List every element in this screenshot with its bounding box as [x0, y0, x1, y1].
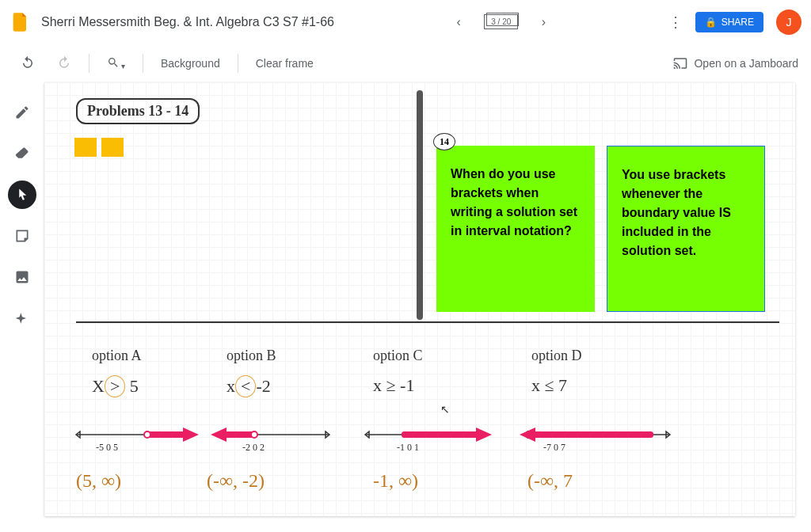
sticky-text: When do you use brackets when writing a …: [451, 167, 577, 238]
svg-point-3: [144, 431, 150, 438]
inequality-a: X> 5: [92, 375, 139, 397]
cast-icon: [673, 56, 687, 70]
sticky-text: You use brackets whenever the boundary v…: [622, 168, 731, 257]
svg-marker-7: [211, 428, 227, 442]
interval-a: (5, ∞): [76, 470, 121, 492]
svg-point-8: [251, 431, 257, 438]
svg-text:-1  0  1: -1 0 1: [397, 442, 419, 453]
user-avatar[interactable]: J: [776, 10, 801, 35]
clear-frame-button[interactable]: Clear frame: [248, 52, 322, 74]
main-area: Problems 13 - 14 14 When do you use brac…: [0, 82, 811, 532]
interval-d: (-∞, 7: [527, 470, 573, 492]
header-actions: ⋮ 🔒 SHARE J: [668, 10, 801, 35]
frame-nav: ‹ 3 / 20 ›: [334, 13, 668, 32]
inequality-d: x ≤ 7: [531, 375, 567, 396]
prev-frame-button[interactable]: ‹: [449, 13, 468, 32]
next-frame-button[interactable]: ›: [534, 13, 553, 32]
undo-button[interactable]: [13, 51, 43, 77]
inequality-b: x<-2: [227, 375, 271, 397]
image-tool[interactable]: [8, 263, 36, 291]
svg-point-13: [402, 431, 408, 438]
problems-heading: Problems 13 - 14: [76, 98, 200, 124]
frame-indicator[interactable]: 3 / 20: [484, 14, 518, 29]
mini-sticky-13[interactable]: [74, 138, 97, 157]
numberline-c: -1 0 1: [361, 423, 496, 454]
toolbar: ▾ Background Clear frame Open on a Jambo…: [0, 44, 811, 82]
svg-text:-5  0  5: -5 0 5: [96, 442, 118, 453]
mouse-cursor: ↖: [440, 403, 450, 416]
lock-icon: 🔒: [705, 17, 717, 28]
svg-marker-12: [476, 428, 492, 442]
zoom-button[interactable]: ▾: [99, 51, 133, 76]
tool-sidebar: [0, 82, 44, 532]
mini-sticky-note[interactable]: [101, 138, 124, 157]
chevron-down-icon: ▾: [121, 62, 125, 70]
document-title[interactable]: Sherri Messersmith Beg. & Int. Algebra C…: [41, 15, 334, 29]
svg-point-18: [647, 431, 653, 438]
share-label: SHARE: [722, 17, 754, 28]
background-button[interactable]: Background: [153, 52, 228, 74]
separator: [238, 54, 238, 73]
inequality-c: x ≥ -1: [373, 375, 414, 396]
eraser-tool[interactable]: [8, 139, 36, 168]
svg-text:-2  0  2: -2 0 2: [242, 442, 265, 453]
problem-14-badge: 14: [433, 133, 455, 150]
cast-label: Open on a Jamboard: [694, 57, 798, 70]
svg-marker-17: [520, 428, 535, 442]
numberline-b: -2 0 2: [211, 423, 337, 454]
vertical-divider: [417, 90, 423, 320]
app-header: Sherri Messersmith Beg. & Int. Algebra C…: [0, 0, 811, 44]
separator: [89, 54, 89, 73]
interval-c: -1, ∞): [373, 470, 418, 492]
option-b-label: option B: [227, 348, 276, 364]
laser-tool[interactable]: [8, 304, 36, 332]
separator: [143, 54, 143, 73]
sticky-question-14[interactable]: 14 When do you use brackets when writing…: [436, 146, 595, 312]
select-tool[interactable]: [8, 180, 36, 209]
jamboard-canvas[interactable]: Problems 13 - 14 14 When do you use brac…: [44, 82, 795, 516]
share-button[interactable]: 🔒 SHARE: [695, 12, 763, 32]
numberline-a: -5 0 5: [72, 423, 199, 454]
open-jamboard-button[interactable]: Open on a Jamboard: [673, 56, 798, 70]
option-a-label: option A: [92, 348, 142, 364]
interval-b: (-∞, -2): [207, 470, 265, 492]
svg-marker-2: [183, 428, 199, 442]
redo-button[interactable]: [49, 51, 79, 77]
option-c-label: option C: [373, 348, 423, 364]
sticky-note-tool[interactable]: [8, 222, 36, 250]
sticky-answer-14[interactable]: You use brackets whenever the boundary v…: [607, 146, 765, 312]
horizontal-divider: [76, 321, 779, 323]
more-options-button[interactable]: ⋮: [668, 13, 683, 31]
pen-tool[interactable]: [8, 98, 36, 127]
jamboard-logo: [10, 11, 32, 33]
numberline-d: -7 0 7: [520, 423, 678, 454]
option-d-label: option D: [531, 348, 582, 364]
svg-text:-7      0      7: -7 0 7: [543, 442, 565, 453]
